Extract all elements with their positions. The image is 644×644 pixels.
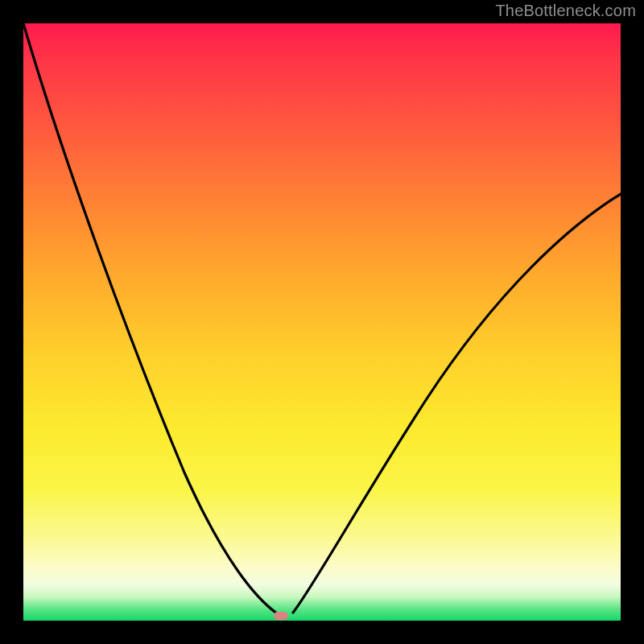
min-marker bbox=[274, 612, 288, 620]
attribution-text: TheBottleneck.com bbox=[495, 2, 636, 20]
plot-area bbox=[23, 23, 621, 621]
right-curve bbox=[293, 194, 621, 613]
left-curve bbox=[23, 23, 277, 613]
chart-container: TheBottleneck.com bbox=[0, 0, 644, 644]
curve-svg bbox=[23, 23, 621, 621]
